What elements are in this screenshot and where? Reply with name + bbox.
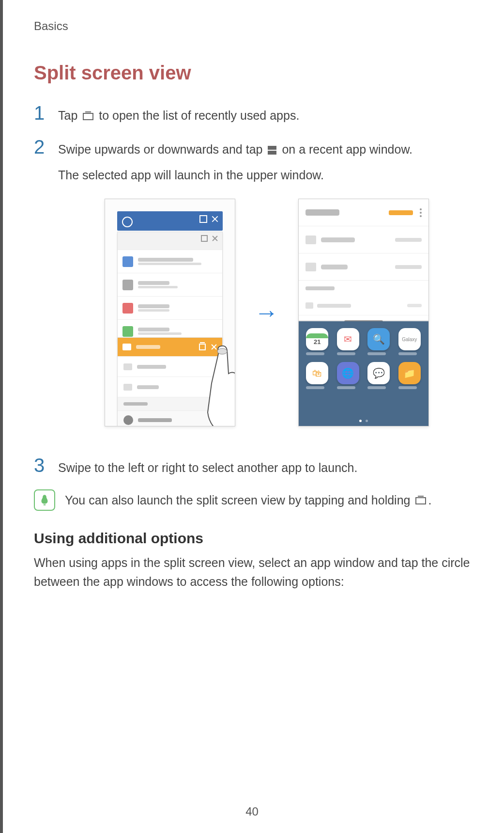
recents-icon (415, 497, 426, 504)
split-bottom-pane: 21 ✉ 🔍 Galaxy 🛍 🌐 💬 📁 (299, 321, 428, 426)
more-icon (420, 208, 422, 217)
display-icon (122, 326, 133, 337)
recent-app-card-settings (117, 232, 223, 343)
step-text-before: Swipe upwards or downwards and tap (58, 142, 266, 156)
step-text-before: Tap (58, 109, 81, 122)
device-icon (305, 236, 316, 244)
split-icon-small (199, 215, 207, 223)
page-number: 40 (0, 805, 504, 818)
split-icon-small (199, 344, 206, 350)
step-2: 2 Swipe upwards or downwards and tap on … (34, 137, 475, 185)
page-left-border (0, 0, 3, 833)
sdcard-icon (123, 384, 132, 391)
device-icon (123, 363, 132, 370)
tip-icon (34, 489, 55, 511)
subheading: Using additional options (34, 530, 475, 547)
notifications-icon (122, 303, 133, 314)
internet-app-icon: 🌐 (337, 362, 359, 384)
step-3: 3 Swipe to the left or right to select a… (34, 456, 475, 477)
card-header (118, 338, 222, 356)
search-app-icon: 🔍 (367, 328, 390, 350)
step-number: 1 (34, 103, 58, 123)
calendar-app-icon: 21 (306, 328, 328, 350)
illustration-row: → 21 ✉ (58, 199, 475, 426)
arrow-right-icon: → (255, 299, 279, 327)
recent-app-card-myfiles (117, 337, 223, 426)
sound-icon (122, 280, 133, 290)
folder-icon (122, 344, 131, 350)
step-number: 2 (34, 137, 58, 157)
galaxy-app-icon: Galaxy (398, 328, 421, 350)
step-number: 3 (34, 456, 58, 475)
category-icon (123, 415, 133, 425)
breadcrumb: Basics (34, 19, 475, 33)
close-icon (211, 215, 219, 223)
note-row: You can also launch the split screen vie… (34, 489, 475, 511)
sdcard-icon (305, 263, 316, 271)
myfiles-title-row (299, 199, 428, 226)
step-subline: The selected app will launch in the uppe… (58, 166, 412, 185)
email-app-icon: ✉ (337, 328, 359, 350)
step-1: 1 Tap to open the list of recently used … (34, 103, 475, 125)
step-body: Swipe to the left or right to select ano… (58, 456, 357, 477)
note-text-before: You can also launch the split screen vie… (65, 493, 413, 507)
recents-icon (83, 113, 93, 120)
step-text-after: to open the list of recently used apps. (99, 109, 299, 122)
page-indicator (299, 420, 428, 422)
illustration-phone-recents (105, 199, 235, 426)
split-top-pane (299, 199, 428, 320)
note-text-after: . (428, 493, 431, 507)
illustration-phone-split: 21 ✉ 🔍 Galaxy 🛍 🌐 💬 📁 (298, 199, 429, 426)
folder-icon (305, 302, 313, 309)
split-icon-small (201, 235, 208, 242)
step-text-after: on a recent app window. (282, 142, 412, 156)
card-header (118, 232, 222, 250)
page-title: Split screen view (34, 62, 475, 84)
body-text: When using apps in the split screen view… (34, 553, 475, 591)
myfiles-app-icon: 📁 (398, 362, 421, 384)
step-body: Tap to open the list of recently used ap… (58, 103, 299, 125)
close-icon (211, 344, 217, 350)
recent-app-card-internet (117, 211, 223, 231)
step-body: Swipe upwards or downwards and tap on a … (58, 137, 412, 185)
wifi-icon (122, 256, 133, 267)
store-app-icon: 🛍 (306, 362, 328, 384)
note-text: You can also launch the split screen vie… (65, 493, 431, 507)
messages-app-icon: 💬 (367, 362, 390, 384)
close-icon (212, 235, 218, 242)
split-screen-icon (268, 146, 276, 155)
